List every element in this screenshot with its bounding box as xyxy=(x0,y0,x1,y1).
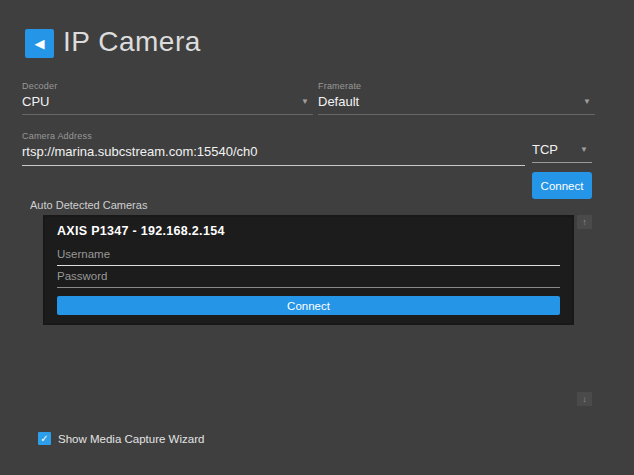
framerate-dropdown[interactable]: Framerate Default ▼ xyxy=(318,81,595,115)
decoder-label: Decoder xyxy=(22,81,313,91)
transport-value: TCP xyxy=(532,142,592,157)
camera-address-group: Camera Address xyxy=(22,131,525,166)
camera-address-label: Camera Address xyxy=(22,131,525,141)
username-input[interactable] xyxy=(57,244,560,266)
show-wizard-label: Show Media Capture Wizard xyxy=(58,433,204,445)
arrow-up-icon: ↑ xyxy=(582,217,587,227)
page-title: IP Camera xyxy=(63,26,201,58)
back-arrow-icon: ◀ xyxy=(35,37,45,50)
scroll-down-button[interactable]: ↓ xyxy=(577,392,592,406)
decoder-dropdown[interactable]: Decoder CPU ▼ xyxy=(22,81,313,115)
transport-dropdown[interactable]: TCP ▼ xyxy=(532,142,592,163)
detected-camera-card: AXIS P1347 - 192.168.2.154 Connect xyxy=(45,217,572,323)
arrow-down-icon: ↓ xyxy=(582,394,587,404)
auto-detected-cameras-label: Auto Detected Cameras xyxy=(30,199,147,211)
back-button[interactable]: ◀ xyxy=(25,29,54,58)
check-icon: ✓ xyxy=(40,434,48,444)
camera-address-input[interactable] xyxy=(22,144,525,159)
password-input[interactable] xyxy=(57,266,560,288)
show-wizard-checkbox-row[interactable]: ✓ Show Media Capture Wizard xyxy=(38,432,204,445)
framerate-value: Default xyxy=(318,94,595,109)
camera-connect-button[interactable]: Connect xyxy=(57,296,560,315)
framerate-label: Framerate xyxy=(318,81,595,91)
decoder-value: CPU xyxy=(22,94,313,109)
connect-button[interactable]: Connect xyxy=(532,172,592,199)
scroll-up-button[interactable]: ↑ xyxy=(577,215,592,229)
detected-camera-title: AXIS P1347 - 192.168.2.154 xyxy=(57,224,560,238)
checkbox-checked[interactable]: ✓ xyxy=(38,432,51,445)
